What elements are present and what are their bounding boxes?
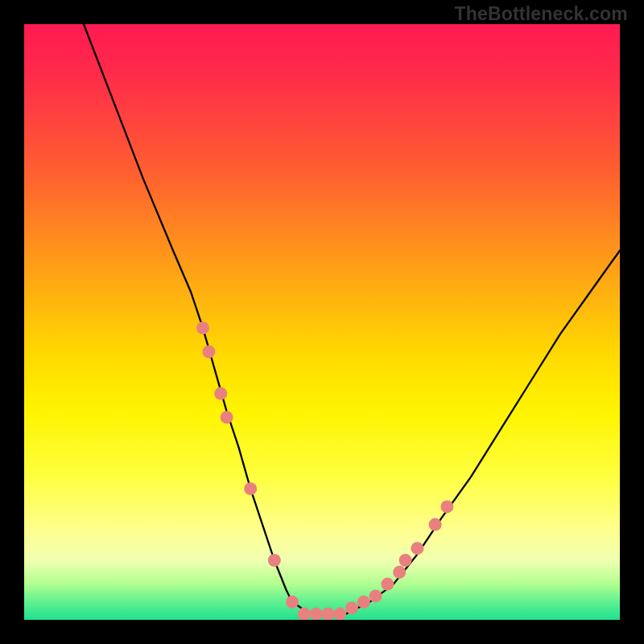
chart-container: TheBottleneck.com [0, 0, 644, 644]
data-marker [298, 608, 311, 620]
data-marker [214, 387, 227, 400]
watermark-text: TheBottleneck.com [454, 3, 628, 25]
data-marker [202, 345, 215, 358]
data-marker [399, 554, 412, 567]
data-marker [440, 500, 453, 513]
data-marker [333, 608, 346, 620]
data-marker [411, 542, 423, 555]
chart-svg [24, 24, 620, 620]
data-marker [369, 589, 382, 602]
data-marker [244, 482, 257, 495]
data-marker [381, 578, 394, 591]
plot-area [24, 24, 620, 620]
data-marker [268, 554, 281, 567]
data-marker [221, 411, 233, 423]
data-marker [345, 601, 358, 614]
data-marker [310, 608, 323, 620]
data-marker [286, 596, 299, 609]
data-marker [321, 608, 334, 620]
bottleneck-curve [84, 24, 620, 614]
data-marker [393, 566, 406, 579]
data-marker [196, 321, 209, 334]
data-marker [357, 596, 370, 609]
data-marker [429, 518, 442, 531]
